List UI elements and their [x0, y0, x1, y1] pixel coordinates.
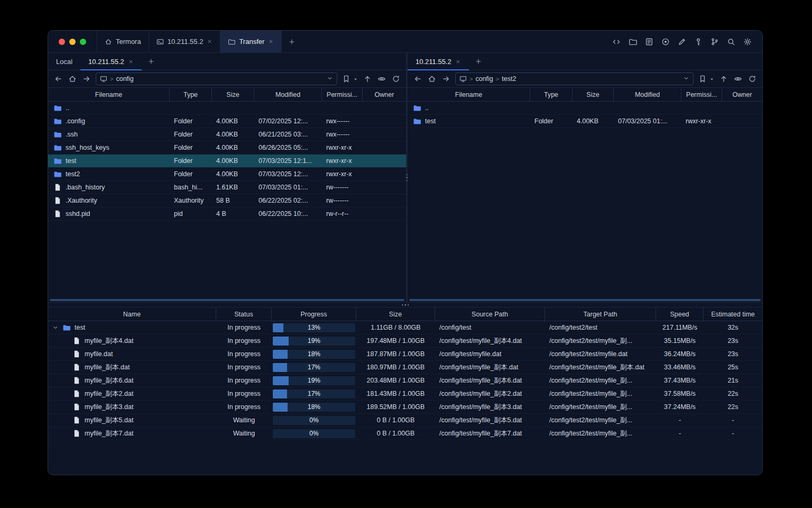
file-row-sshd-pid[interactable]: sshd.pidpid4 B06/22/2025 10:...rw-r--r-- [48, 207, 406, 221]
home-button[interactable] [427, 74, 437, 84]
close-icon[interactable] [455, 59, 461, 65]
breadcrumb-item-config[interactable]: config [475, 75, 493, 83]
file-row-xauthority[interactable]: .XauthorityXauthority58 B06/22/2025 02:.… [48, 194, 406, 207]
bookmark-dropdown-button[interactable] [352, 74, 358, 84]
arrow-left-button[interactable] [53, 74, 63, 84]
file-permissions: rwxr-xr-x [681, 117, 722, 125]
file-row-up[interactable]: .. [48, 102, 406, 115]
scrollbar-thumb[interactable] [409, 299, 761, 301]
arrow-up-button[interactable] [362, 74, 373, 84]
code-button[interactable] [611, 37, 622, 47]
transfer-panel: NameStatusProgressSizeSource PathTarget … [48, 307, 762, 475]
column-header-size[interactable]: Size [573, 88, 614, 101]
record-button[interactable] [660, 37, 671, 47]
column-header-speed[interactable]: Speed [656, 307, 704, 321]
transfer-status: In progress [216, 390, 272, 397]
chevron-down-icon[interactable] [52, 324, 59, 331]
breadcrumb[interactable]: >config [96, 72, 337, 85]
column-header-modified[interactable]: Modified [614, 88, 681, 101]
column-header-modified[interactable]: Modified [254, 88, 322, 101]
file-row-up[interactable]: .. [408, 102, 762, 115]
column-header-progress[interactable]: Progress [272, 307, 356, 321]
zoom-window-button[interactable] [80, 39, 86, 45]
chevron-down-icon[interactable] [327, 75, 333, 83]
key-button[interactable] [693, 37, 704, 47]
breadcrumb[interactable]: >config>test2 [455, 72, 694, 85]
column-header-owner[interactable]: Owner [363, 88, 406, 101]
transfer-status: In progress [216, 337, 272, 344]
column-header-estimated-time[interactable]: Estimated time [704, 307, 762, 321]
close-icon[interactable] [268, 39, 274, 44]
arrow-right-button[interactable] [441, 74, 451, 84]
column-header-status[interactable]: Status [216, 307, 272, 321]
home-button[interactable] [67, 74, 78, 84]
new-panel-tab-button[interactable] [142, 53, 161, 70]
column-header-size[interactable]: Size [212, 88, 254, 101]
column-header-filename[interactable]: Filename [48, 88, 170, 101]
branch-button[interactable] [709, 37, 720, 47]
arrow-right-button[interactable] [81, 74, 92, 84]
close-icon[interactable] [207, 39, 213, 44]
file-row-test2[interactable]: test2Folder4.00KB07/03/2025 12:...rwxr-x… [48, 168, 406, 181]
new-tab-button[interactable] [282, 31, 302, 52]
search-button[interactable] [726, 37, 736, 47]
transfer-row-myfile-2-dat[interactable]: myfile_副本2.datIn progress17%181.43MB / 1… [48, 387, 762, 401]
gear-button[interactable] [742, 37, 753, 47]
column-header-name[interactable]: Name [48, 307, 216, 321]
transfer-name: myfile_副本6.dat [85, 376, 133, 385]
breadcrumb-item-config[interactable]: config [116, 75, 133, 83]
arrow-left-button[interactable] [412, 74, 423, 84]
breadcrumb-item-test2[interactable]: test2 [502, 75, 516, 83]
file-row-config[interactable]: .configFolder4.00KB07/02/2025 12:...rwx-… [48, 115, 406, 128]
file-row-ssh-host-keys[interactable]: ssh_host_keysFolder4.00KB06/26/2025 05:.… [48, 141, 406, 155]
edit-button[interactable] [677, 37, 687, 47]
column-header-filename[interactable]: Filename [408, 88, 530, 101]
file-row-test[interactable]: testFolder4.00KB07/03/2025 01:...rwxr-xr… [408, 115, 762, 128]
panel-splitter[interactable] [406, 53, 408, 302]
main-tab-transfer[interactable]: Transfer [220, 31, 282, 52]
close-icon[interactable] [128, 59, 134, 65]
panel-tab-local[interactable]: Local [48, 53, 80, 70]
bookmark-button[interactable] [341, 74, 352, 84]
panel-tab-10-211-55-2[interactable]: 10.211.55.2 [80, 53, 142, 70]
bookmark-dropdown-button[interactable] [708, 74, 715, 84]
bookmark-button[interactable] [697, 74, 708, 84]
column-header-source-path[interactable]: Source Path [435, 307, 545, 321]
horizontal-scrollbar[interactable] [408, 298, 762, 302]
column-header-permissi[interactable]: Permissi... [322, 88, 363, 101]
main-tab-termora[interactable]: Termora [97, 31, 149, 52]
panel-tab-10-211-55-2[interactable]: 10.211.55.2 [408, 53, 469, 70]
transfer-row-myfile-3-dat[interactable]: myfile_副本3.datIn progress18%189.52MB / 1… [48, 401, 762, 414]
column-header-owner[interactable]: Owner [722, 88, 762, 101]
scrollbar-thumb[interactable] [50, 299, 404, 301]
log-button[interactable] [644, 37, 654, 47]
refresh-button[interactable] [391, 74, 401, 84]
main-tab-10-211-55-2[interactable]: 10.211.55.2 [149, 31, 221, 52]
column-header-permissi[interactable]: Permissi... [681, 88, 722, 101]
horizontal-scrollbar[interactable] [48, 298, 406, 302]
folder-button[interactable] [628, 37, 638, 47]
new-panel-tab-button[interactable] [469, 53, 488, 70]
file-row-bash-history[interactable]: .bash_historybash_hi...1.61KB07/03/2025 … [48, 181, 406, 194]
column-header-type[interactable]: Type [170, 88, 212, 101]
column-header-target-path[interactable]: Target Path [545, 307, 656, 321]
transfer-row-myfile-7-dat[interactable]: myfile_副本7.datWaiting0%0 B / 1.00GB/conf… [48, 427, 762, 440]
eye-button[interactable] [376, 74, 387, 84]
arrow-up-button[interactable] [718, 74, 729, 84]
file-row-test[interactable]: testFolder4.00KB07/03/2025 12:1...rwxr-x… [48, 155, 406, 168]
eye-button[interactable] [733, 74, 743, 84]
transfer-splitter[interactable] [48, 302, 762, 307]
refresh-button[interactable] [747, 74, 758, 84]
transfer-row-myfile-6-dat[interactable]: myfile_副本6.datIn progress19%203.48MB / 1… [48, 374, 762, 387]
column-header-type[interactable]: Type [530, 88, 573, 101]
transfer-row-myfile-dat[interactable]: myfile.datIn progress18%187.87MB / 1.00G… [48, 348, 762, 361]
transfer-row-test[interactable]: testIn progress13%1.11GB / 8.00GB/config… [48, 321, 762, 334]
file-row-ssh[interactable]: .sshFolder4.00KB06/21/2025 03:...rwx----… [48, 128, 406, 141]
close-window-button[interactable] [59, 39, 65, 45]
minimize-window-button[interactable] [69, 39, 76, 45]
transfer-row-myfile-dat[interactable]: myfile_副本.datIn progress17%180.97MB / 1.… [48, 361, 762, 374]
column-header-size[interactable]: Size [356, 307, 435, 321]
transfer-row-myfile-5-dat[interactable]: myfile_副本5.datWaiting0%0 B / 1.00GB/conf… [48, 414, 762, 427]
transfer-row-myfile-4-dat[interactable]: myfile_副本4.datIn progress19%197.48MB / 1… [48, 334, 762, 348]
chevron-down-icon[interactable] [683, 75, 689, 83]
